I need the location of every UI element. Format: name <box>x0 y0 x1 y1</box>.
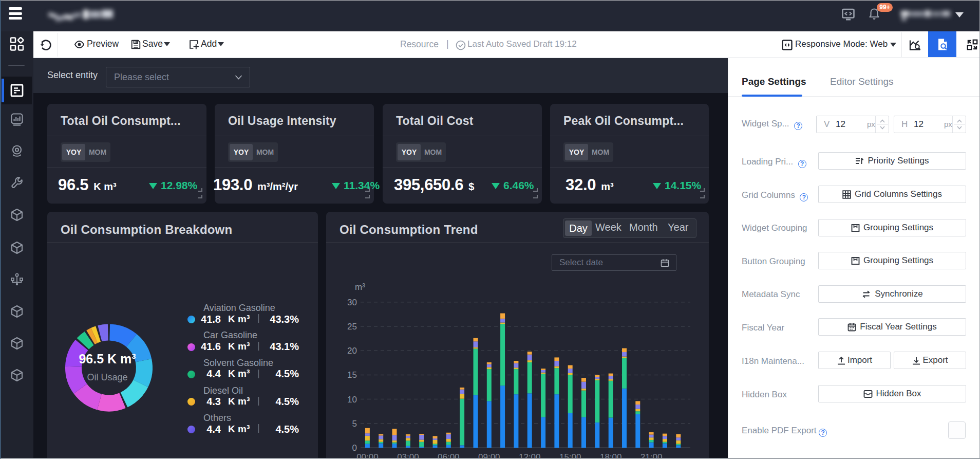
svg-text:m³: m³ <box>355 282 365 292</box>
svg-text:30: 30 <box>347 298 357 307</box>
svg-text:12:00: 12:00 <box>519 452 541 459</box>
svg-text:15:00: 15:00 <box>559 452 581 459</box>
svg-text:10: 10 <box>347 395 357 405</box>
svg-text:03:00: 03:00 <box>397 452 419 459</box>
svg-text:20: 20 <box>347 346 357 356</box>
svg-text:00:00: 00:00 <box>356 452 379 459</box>
svg-text:25: 25 <box>347 322 357 332</box>
svg-text:06:00: 06:00 <box>438 452 460 459</box>
svg-text:15: 15 <box>347 370 357 380</box>
svg-text:21:00: 21:00 <box>640 452 663 459</box>
svg-text:09:00: 09:00 <box>478 452 500 459</box>
svg-text:18:00: 18:00 <box>600 452 622 459</box>
svg-text:5: 5 <box>352 419 357 429</box>
svg-text:0: 0 <box>352 443 357 453</box>
